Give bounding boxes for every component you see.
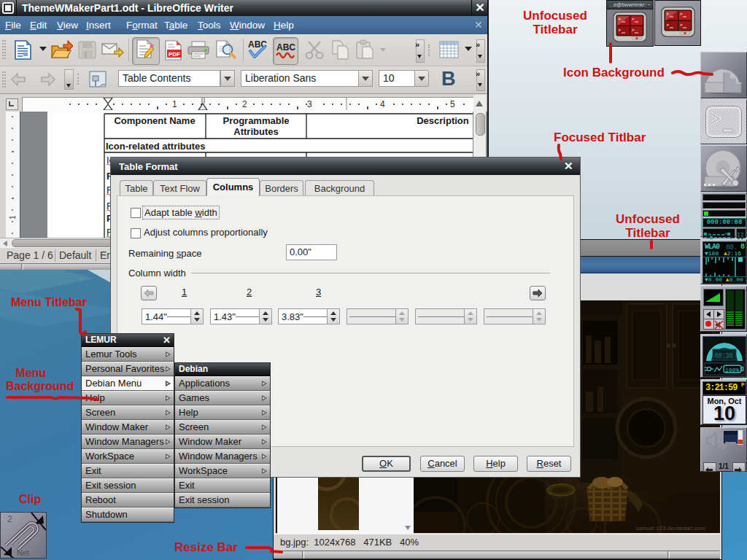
svg-text:PDF: PDF	[169, 51, 180, 58]
svg-text:Attributes: Attributes	[233, 126, 278, 137]
svg-text:5: 5	[450, 99, 455, 109]
svg-text:Programmable: Programmable	[222, 115, 289, 126]
svg-text:Component Name: Component Name	[114, 115, 195, 126]
svg-text:1: 1	[172, 99, 177, 109]
svg-text:samuel 123.deviantart.com: samuel 123.deviantart.com	[635, 525, 705, 532]
svg-text:2: 2	[242, 99, 247, 109]
svg-text:100%: 100%	[725, 367, 739, 373]
svg-text:>: >	[632, 28, 635, 33]
svg-text:>: >	[619, 28, 622, 33]
svg-text:ABC: ABC	[276, 42, 295, 52]
svg-text:>: >	[680, 23, 683, 28]
svg-text:88:38: 88:38	[714, 352, 733, 360]
svg-text:Icon-related attributes: Icon-related attributes	[106, 141, 206, 152]
svg-text:Net: Net	[17, 548, 29, 557]
svg-text:3: 3	[307, 99, 312, 109]
svg-text:>: >	[632, 17, 635, 22]
svg-text:>: >	[680, 12, 683, 17]
svg-text:1: 1	[9, 215, 17, 219]
svg-text:>: >	[667, 23, 670, 28]
svg-text:4: 4	[380, 99, 385, 109]
svg-text:Description: Description	[417, 115, 469, 126]
